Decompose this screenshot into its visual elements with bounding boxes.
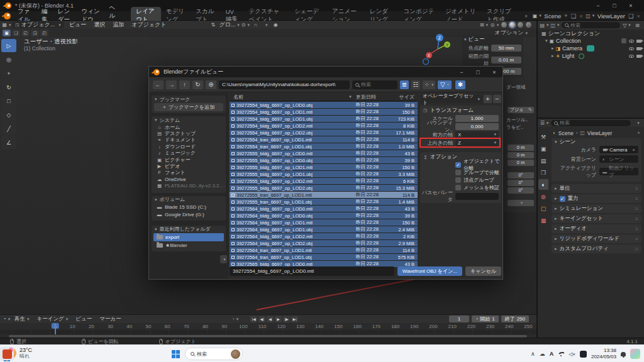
disable-render-icon[interactable]: [636, 55, 641, 58]
viewport-menu-item[interactable]: ビュー: [65, 21, 90, 29]
panel-drag-handle[interactable]: ≡: [635, 226, 638, 232]
properties-options-icon[interactable]: [633, 119, 641, 126]
jump-to-end-button[interactable]: ▶|: [291, 316, 298, 322]
dialog-close-button[interactable]: ×: [486, 67, 502, 77]
window-minimize-button[interactable]: −: [590, 1, 606, 11]
file-row[interactable]: 39272564_bldg_6697_op_LOD0.mtl 昨日 22:28 …: [230, 206, 418, 212]
file-row[interactable]: 39272554_bldg_6697_op_LOD1.obj 昨日 22:28 …: [230, 116, 418, 122]
add-bookmark-button[interactable]: +ブックマークを追加: [154, 103, 223, 111]
file-row[interactable]: 39272555_bldg_6697_op_LOD2.obj 昨日 22:28 …: [230, 185, 418, 191]
viewlayer-remove-icon[interactable]: ×: [636, 13, 640, 19]
outliner-type-icon[interactable]: ▤: [540, 22, 548, 29]
taskbar-search-input[interactable]: 検索: [185, 348, 243, 360]
frame-tick[interactable]: 20: [89, 324, 94, 329]
file-row[interactable]: 39272564_tran_6697_op_LOD1.mtl 昨日 22:28 …: [230, 247, 418, 253]
panel-drag-handle[interactable]: ≡: [635, 216, 638, 222]
value-field[interactable]: 50 mm: [491, 45, 521, 52]
file-row[interactable]: 39272555_bldg_6697_op_LOD0.mtl 昨日 22:28 …: [230, 150, 418, 156]
system-item[interactable]: ⌂ ホーム: [152, 124, 226, 130]
outliner-light-row[interactable]: ▸ ☀ Light: [538, 52, 644, 60]
frame-tick[interactable]: 130: [296, 324, 304, 329]
dialog-titlebar[interactable]: Blenderファイルビュー − □ ×: [149, 67, 502, 77]
frame-tick[interactable]: 220: [467, 324, 475, 329]
add-preset-button[interactable]: +: [484, 95, 492, 103]
system-item[interactable]: ▣ ピクチャー: [152, 156, 226, 163]
breadcrumb-scene[interactable]: Scene: [558, 130, 574, 136]
snap-magnet-icon[interactable]: ∩: [252, 21, 260, 28]
next-keyframe-button[interactable]: |▶: [283, 316, 290, 322]
frame-tick[interactable]: 170: [372, 324, 380, 329]
rotation-value-field[interactable]: 0°: [508, 187, 534, 194]
file-row[interactable]: 39272564_tran_6697_op_LOD1.obj 昨日 22:28 …: [230, 254, 418, 260]
outliner-display-icon[interactable]: ◫: [551, 22, 559, 29]
properties-tab[interactable]: ▢: [538, 203, 548, 214]
file-row[interactable]: 39272554_tran_6697_op_LOD1.mtl 昨日 22:28 …: [230, 136, 418, 143]
cancel-button[interactable]: キャンセル: [465, 266, 501, 276]
shading-rendered-icon[interactable]: [526, 22, 531, 28]
gizmo-toggle-icon[interactable]: ⊞: [480, 21, 488, 28]
rotation-mode-dropdown[interactable]: [508, 200, 534, 206]
ime-indicator[interactable]: A: [550, 351, 554, 357]
option-check-row[interactable]: 頂点グループ: [455, 176, 501, 184]
frame-tick[interactable]: 210: [448, 324, 456, 329]
timeline-menu-item[interactable]: マーカー: [96, 315, 125, 323]
frame-tick[interactable]: 30: [108, 324, 113, 329]
timeline-menu-item[interactable]: キーイング: [33, 315, 72, 323]
file-search-input[interactable]: 検索: [352, 80, 397, 89]
prev-keyframe-button[interactable]: ◀|: [258, 316, 265, 322]
filename-input[interactable]: [230, 266, 394, 276]
viewlayer-browse-icon[interactable]: ◫: [586, 13, 594, 19]
select-extend-tool-icon[interactable]: ❏: [12, 30, 20, 36]
camera-field[interactable]: Camera×: [599, 146, 638, 153]
remove-preset-button[interactable]: −: [493, 95, 501, 103]
orientation-dropdown[interactable]: グロ...: [219, 21, 239, 29]
new-folder-button[interactable]: ⊕: [206, 80, 216, 89]
frame-tick[interactable]: 230: [486, 324, 494, 329]
properties-section-header[interactable]: ▸ リジッドボディワールド ≡: [552, 234, 641, 243]
column-name[interactable]: 名前▼: [230, 94, 356, 101]
recent-folder-item[interactable]: ★Blender: [152, 241, 226, 250]
expand-arrow-icon[interactable]: ▸: [552, 46, 554, 51]
timeline-ruler[interactable]: 1102030405060708090100110120130140150160…: [0, 323, 536, 330]
select-intersect-tool-icon[interactable]: ◰: [40, 30, 48, 36]
outliner-search-input[interactable]: 検索: [562, 22, 620, 28]
collapse-arrow-icon[interactable]: ▾: [464, 37, 467, 42]
shading-wireframe-icon[interactable]: [501, 22, 507, 28]
window-maximize-button[interactable]: □: [606, 1, 623, 11]
frame-start-field[interactable]: ◔開始1: [472, 315, 499, 322]
panel-drag-handle[interactable]: ≡: [635, 206, 638, 212]
path-input[interactable]: C:\Users\nyama\MyUnity\naha\kokusai-dori…: [219, 80, 350, 89]
frame-tick[interactable]: 140: [315, 324, 323, 329]
frame-tick[interactable]: 100: [239, 324, 247, 329]
frame-tick[interactable]: 10: [70, 324, 75, 329]
active-clip-field[interactable]: ▬動画クリップ: [599, 168, 638, 175]
viewport-menu-item[interactable]: オブジェクト: [128, 21, 170, 29]
properties-section-header[interactable]: ▸ 重力 ≡: [552, 194, 641, 203]
axis-dropdown[interactable]: Z: [455, 140, 499, 146]
properties-type-icon[interactable]: ☰: [540, 119, 548, 126]
scale-tool-button[interactable]: □: [1, 94, 16, 107]
overlays-toggle-icon[interactable]: ◎: [491, 21, 499, 28]
hide-eye-icon[interactable]: [629, 47, 634, 50]
file-row[interactable]: 39272554_bldg_6697_op_LOD1.mtl 昨日 22:28 …: [230, 109, 418, 115]
playhead[interactable]: [55, 323, 56, 334]
checkbox[interactable]: [455, 177, 461, 183]
path-separator-input[interactable]: [455, 193, 499, 200]
outliner-camera-row[interactable]: ▸ ◨ Camera: [538, 45, 644, 52]
file-row[interactable]: 39272554_tran_6697_op_LOD1.obj 昨日 22:28 …: [230, 143, 418, 150]
file-row[interactable]: 39272554_bldg_6697_op_LOD2.obj 昨日 22:28 …: [230, 129, 418, 136]
rotate-tool-button[interactable]: ↻: [1, 80, 16, 94]
scene-name[interactable]: Scene: [544, 13, 561, 19]
properties-tab[interactable]: ◐: [538, 179, 548, 190]
hide-eye-icon[interactable]: [629, 40, 634, 43]
viewlayer-name[interactable]: ViewLayer: [597, 13, 625, 19]
file-row[interactable]: 39272554_bldg_6697_op_LOD0.obj 昨日 22:28 …: [230, 102, 418, 108]
select-box-tool-icon[interactable]: ▣: [3, 30, 11, 36]
tweak-tool-button[interactable]: ▷: [1, 39, 16, 52]
scene-browse-icon[interactable]: ▣: [533, 13, 541, 19]
column-date[interactable]: 更新日時: [356, 94, 391, 101]
properties-section-header[interactable]: ▸ カスタムプロパティ ≡: [552, 244, 641, 253]
editor-type-icon[interactable]: ▦: [3, 21, 11, 28]
rotation-value-field[interactable]: 0°: [508, 180, 534, 186]
start-button[interactable]: [169, 347, 182, 361]
